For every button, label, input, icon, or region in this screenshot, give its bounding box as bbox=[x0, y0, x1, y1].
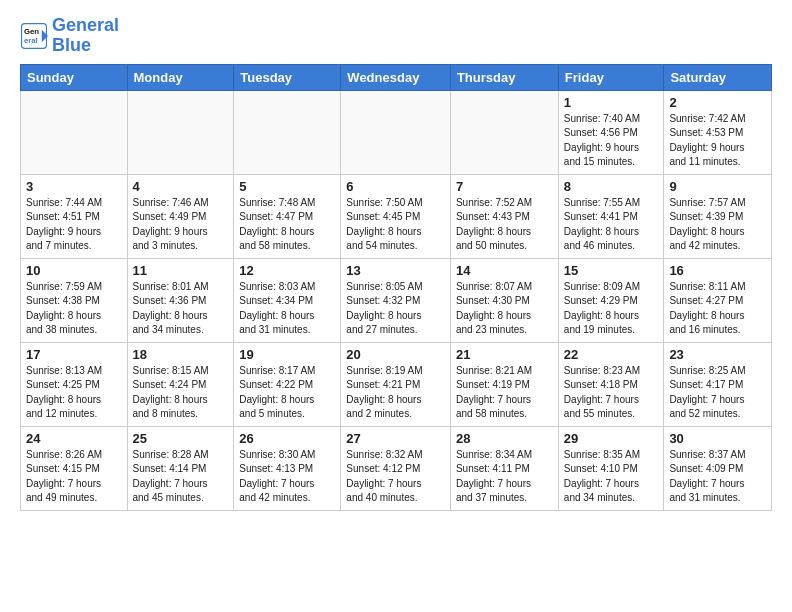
day-info: Sunrise: 8:09 AM Sunset: 4:29 PM Dayligh… bbox=[564, 280, 659, 338]
day-number: 2 bbox=[669, 95, 766, 110]
day-info: Sunrise: 8:13 AM Sunset: 4:25 PM Dayligh… bbox=[26, 364, 122, 422]
svg-text:Gen: Gen bbox=[24, 27, 39, 36]
day-info: Sunrise: 7:55 AM Sunset: 4:41 PM Dayligh… bbox=[564, 196, 659, 254]
day-number: 4 bbox=[133, 179, 229, 194]
day-number: 7 bbox=[456, 179, 553, 194]
day-number: 18 bbox=[133, 347, 229, 362]
day-cell: 26Sunrise: 8:30 AM Sunset: 4:13 PM Dayli… bbox=[234, 426, 341, 510]
day-cell: 21Sunrise: 8:21 AM Sunset: 4:19 PM Dayli… bbox=[450, 342, 558, 426]
day-info: Sunrise: 8:05 AM Sunset: 4:32 PM Dayligh… bbox=[346, 280, 445, 338]
day-cell: 23Sunrise: 8:25 AM Sunset: 4:17 PM Dayli… bbox=[664, 342, 772, 426]
day-cell: 3Sunrise: 7:44 AM Sunset: 4:51 PM Daylig… bbox=[21, 174, 128, 258]
day-number: 30 bbox=[669, 431, 766, 446]
day-cell: 1Sunrise: 7:40 AM Sunset: 4:56 PM Daylig… bbox=[558, 90, 664, 174]
day-cell: 16Sunrise: 8:11 AM Sunset: 4:27 PM Dayli… bbox=[664, 258, 772, 342]
day-cell: 2Sunrise: 7:42 AM Sunset: 4:53 PM Daylig… bbox=[664, 90, 772, 174]
day-number: 20 bbox=[346, 347, 445, 362]
weekday-header-saturday: Saturday bbox=[664, 64, 772, 90]
day-info: Sunrise: 8:28 AM Sunset: 4:14 PM Dayligh… bbox=[133, 448, 229, 506]
page: Gen eral General Blue SundayMondayTuesda… bbox=[0, 0, 792, 527]
day-number: 26 bbox=[239, 431, 335, 446]
day-info: Sunrise: 8:17 AM Sunset: 4:22 PM Dayligh… bbox=[239, 364, 335, 422]
day-cell: 11Sunrise: 8:01 AM Sunset: 4:36 PM Dayli… bbox=[127, 258, 234, 342]
day-cell bbox=[341, 90, 451, 174]
day-cell bbox=[127, 90, 234, 174]
day-number: 5 bbox=[239, 179, 335, 194]
header: Gen eral General Blue bbox=[20, 16, 772, 56]
day-number: 1 bbox=[564, 95, 659, 110]
svg-text:eral: eral bbox=[24, 36, 38, 45]
day-info: Sunrise: 7:48 AM Sunset: 4:47 PM Dayligh… bbox=[239, 196, 335, 254]
week-row-3: 10Sunrise: 7:59 AM Sunset: 4:38 PM Dayli… bbox=[21, 258, 772, 342]
day-number: 9 bbox=[669, 179, 766, 194]
day-number: 24 bbox=[26, 431, 122, 446]
day-info: Sunrise: 8:19 AM Sunset: 4:21 PM Dayligh… bbox=[346, 364, 445, 422]
day-info: Sunrise: 7:57 AM Sunset: 4:39 PM Dayligh… bbox=[669, 196, 766, 254]
day-number: 14 bbox=[456, 263, 553, 278]
day-cell: 10Sunrise: 7:59 AM Sunset: 4:38 PM Dayli… bbox=[21, 258, 128, 342]
day-info: Sunrise: 8:03 AM Sunset: 4:34 PM Dayligh… bbox=[239, 280, 335, 338]
day-info: Sunrise: 7:40 AM Sunset: 4:56 PM Dayligh… bbox=[564, 112, 659, 170]
weekday-header-sunday: Sunday bbox=[21, 64, 128, 90]
day-info: Sunrise: 7:42 AM Sunset: 4:53 PM Dayligh… bbox=[669, 112, 766, 170]
day-info: Sunrise: 8:21 AM Sunset: 4:19 PM Dayligh… bbox=[456, 364, 553, 422]
day-cell: 28Sunrise: 8:34 AM Sunset: 4:11 PM Dayli… bbox=[450, 426, 558, 510]
day-info: Sunrise: 7:50 AM Sunset: 4:45 PM Dayligh… bbox=[346, 196, 445, 254]
logo: Gen eral General Blue bbox=[20, 16, 119, 56]
weekday-header-row: SundayMondayTuesdayWednesdayThursdayFrid… bbox=[21, 64, 772, 90]
day-info: Sunrise: 8:30 AM Sunset: 4:13 PM Dayligh… bbox=[239, 448, 335, 506]
day-info: Sunrise: 8:34 AM Sunset: 4:11 PM Dayligh… bbox=[456, 448, 553, 506]
day-cell: 9Sunrise: 7:57 AM Sunset: 4:39 PM Daylig… bbox=[664, 174, 772, 258]
week-row-1: 1Sunrise: 7:40 AM Sunset: 4:56 PM Daylig… bbox=[21, 90, 772, 174]
day-info: Sunrise: 8:25 AM Sunset: 4:17 PM Dayligh… bbox=[669, 364, 766, 422]
day-cell: 7Sunrise: 7:52 AM Sunset: 4:43 PM Daylig… bbox=[450, 174, 558, 258]
day-cell: 15Sunrise: 8:09 AM Sunset: 4:29 PM Dayli… bbox=[558, 258, 664, 342]
day-cell: 24Sunrise: 8:26 AM Sunset: 4:15 PM Dayli… bbox=[21, 426, 128, 510]
week-row-2: 3Sunrise: 7:44 AM Sunset: 4:51 PM Daylig… bbox=[21, 174, 772, 258]
day-cell: 8Sunrise: 7:55 AM Sunset: 4:41 PM Daylig… bbox=[558, 174, 664, 258]
calendar: SundayMondayTuesdayWednesdayThursdayFrid… bbox=[20, 64, 772, 511]
day-number: 22 bbox=[564, 347, 659, 362]
day-cell: 12Sunrise: 8:03 AM Sunset: 4:34 PM Dayli… bbox=[234, 258, 341, 342]
day-info: Sunrise: 7:44 AM Sunset: 4:51 PM Dayligh… bbox=[26, 196, 122, 254]
day-number: 25 bbox=[133, 431, 229, 446]
day-info: Sunrise: 8:15 AM Sunset: 4:24 PM Dayligh… bbox=[133, 364, 229, 422]
day-cell: 19Sunrise: 8:17 AM Sunset: 4:22 PM Dayli… bbox=[234, 342, 341, 426]
day-number: 27 bbox=[346, 431, 445, 446]
day-info: Sunrise: 7:52 AM Sunset: 4:43 PM Dayligh… bbox=[456, 196, 553, 254]
day-cell: 25Sunrise: 8:28 AM Sunset: 4:14 PM Dayli… bbox=[127, 426, 234, 510]
week-row-5: 24Sunrise: 8:26 AM Sunset: 4:15 PM Dayli… bbox=[21, 426, 772, 510]
day-cell: 18Sunrise: 8:15 AM Sunset: 4:24 PM Dayli… bbox=[127, 342, 234, 426]
day-cell: 29Sunrise: 8:35 AM Sunset: 4:10 PM Dayli… bbox=[558, 426, 664, 510]
day-number: 28 bbox=[456, 431, 553, 446]
day-number: 6 bbox=[346, 179, 445, 194]
day-info: Sunrise: 7:59 AM Sunset: 4:38 PM Dayligh… bbox=[26, 280, 122, 338]
day-number: 3 bbox=[26, 179, 122, 194]
day-cell: 13Sunrise: 8:05 AM Sunset: 4:32 PM Dayli… bbox=[341, 258, 451, 342]
day-cell: 4Sunrise: 7:46 AM Sunset: 4:49 PM Daylig… bbox=[127, 174, 234, 258]
day-number: 17 bbox=[26, 347, 122, 362]
day-info: Sunrise: 8:11 AM Sunset: 4:27 PM Dayligh… bbox=[669, 280, 766, 338]
week-row-4: 17Sunrise: 8:13 AM Sunset: 4:25 PM Dayli… bbox=[21, 342, 772, 426]
day-number: 21 bbox=[456, 347, 553, 362]
day-cell: 5Sunrise: 7:48 AM Sunset: 4:47 PM Daylig… bbox=[234, 174, 341, 258]
day-cell: 17Sunrise: 8:13 AM Sunset: 4:25 PM Dayli… bbox=[21, 342, 128, 426]
weekday-header-friday: Friday bbox=[558, 64, 664, 90]
day-info: Sunrise: 8:37 AM Sunset: 4:09 PM Dayligh… bbox=[669, 448, 766, 506]
day-info: Sunrise: 8:01 AM Sunset: 4:36 PM Dayligh… bbox=[133, 280, 229, 338]
day-cell bbox=[234, 90, 341, 174]
day-info: Sunrise: 8:35 AM Sunset: 4:10 PM Dayligh… bbox=[564, 448, 659, 506]
day-cell: 20Sunrise: 8:19 AM Sunset: 4:21 PM Dayli… bbox=[341, 342, 451, 426]
day-cell bbox=[450, 90, 558, 174]
day-number: 13 bbox=[346, 263, 445, 278]
day-cell: 27Sunrise: 8:32 AM Sunset: 4:12 PM Dayli… bbox=[341, 426, 451, 510]
day-cell bbox=[21, 90, 128, 174]
day-cell: 6Sunrise: 7:50 AM Sunset: 4:45 PM Daylig… bbox=[341, 174, 451, 258]
day-number: 10 bbox=[26, 263, 122, 278]
day-info: Sunrise: 8:23 AM Sunset: 4:18 PM Dayligh… bbox=[564, 364, 659, 422]
day-info: Sunrise: 8:26 AM Sunset: 4:15 PM Dayligh… bbox=[26, 448, 122, 506]
day-number: 19 bbox=[239, 347, 335, 362]
day-number: 11 bbox=[133, 263, 229, 278]
logo-icon: Gen eral bbox=[20, 22, 48, 50]
weekday-header-monday: Monday bbox=[127, 64, 234, 90]
